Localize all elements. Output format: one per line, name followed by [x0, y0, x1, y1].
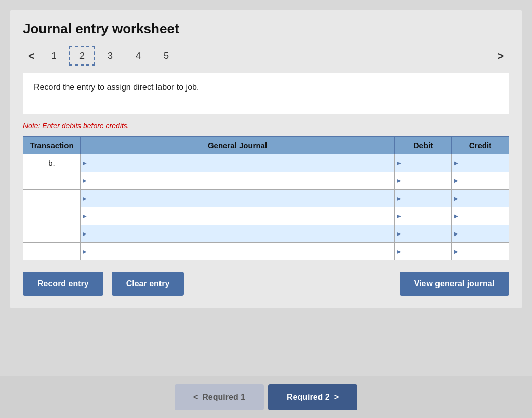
table-row — [23, 243, 509, 260]
col-header-credit: Credit — [452, 137, 509, 154]
required2-label: Required 2 — [287, 393, 330, 402]
tab-2[interactable]: 2 — [69, 46, 95, 66]
table-row — [23, 225, 509, 243]
tab-1[interactable]: 1 — [41, 46, 67, 66]
cell-general-0[interactable] — [81, 154, 395, 172]
cell-credit-2[interactable] — [452, 190, 509, 207]
col-header-general: General Journal — [81, 137, 395, 154]
input-debit-1[interactable] — [403, 177, 449, 185]
record-entry-button[interactable]: Record entry — [23, 272, 103, 296]
cell-general-4[interactable] — [81, 225, 395, 243]
instruction-box: Record the entry to assign direct labor … — [23, 73, 509, 114]
input-debit-0[interactable] — [403, 159, 449, 167]
cell-general-3[interactable] — [81, 207, 395, 225]
action-buttons-row: Record entry Clear entry View general jo… — [23, 272, 509, 296]
cell-credit-1[interactable] — [452, 172, 509, 190]
table-row — [23, 172, 509, 190]
cell-debit-4[interactable] — [395, 225, 452, 243]
instruction-text: Record the entry to assign direct labor … — [34, 83, 199, 92]
cell-credit-0[interactable] — [452, 154, 509, 172]
input-general-3[interactable] — [89, 212, 392, 220]
cell-credit-3[interactable] — [452, 207, 509, 225]
journal-table: Transaction General Journal Debit Credit… — [23, 136, 509, 260]
cell-transaction-1 — [23, 172, 81, 190]
required2-button[interactable]: Required 2 > — [268, 384, 357, 410]
cell-credit-4[interactable] — [452, 225, 509, 243]
cell-transaction-0: b. — [23, 154, 81, 172]
input-credit-1[interactable] — [460, 177, 507, 185]
tab-3[interactable]: 3 — [97, 46, 123, 66]
input-credit-4[interactable] — [460, 230, 507, 238]
tab-prev-button[interactable]: < — [23, 48, 40, 64]
input-credit-2[interactable] — [460, 194, 507, 203]
cell-transaction-2 — [23, 190, 81, 207]
main-container: Journal entry worksheet < 1 2 3 4 5 > Re… — [0, 0, 532, 418]
cell-debit-2[interactable] — [395, 190, 452, 207]
required1-label: Required 1 — [202, 393, 245, 402]
clear-entry-button[interactable]: Clear entry — [112, 272, 184, 296]
cell-transaction-4 — [23, 225, 81, 243]
view-general-journal-button[interactable]: View general journal — [400, 272, 509, 296]
worksheet-panel: Journal entry worksheet < 1 2 3 4 5 > Re… — [10, 10, 522, 308]
input-general-4[interactable] — [89, 230, 392, 238]
cell-general-2[interactable] — [81, 190, 395, 207]
col-header-debit: Debit — [395, 137, 452, 154]
cell-debit-1[interactable] — [395, 172, 452, 190]
page-title: Journal entry worksheet — [23, 21, 509, 37]
cell-debit-3[interactable] — [395, 207, 452, 225]
cell-general-5[interactable] — [81, 243, 395, 260]
cell-general-1[interactable] — [81, 172, 395, 190]
input-debit-2[interactable] — [403, 194, 449, 203]
cell-transaction-3 — [23, 207, 81, 225]
input-general-0[interactable] — [89, 159, 392, 167]
col-header-transaction: Transaction — [23, 137, 81, 154]
input-credit-0[interactable] — [460, 159, 507, 167]
input-credit-5[interactable] — [460, 247, 507, 256]
table-row: b. — [23, 154, 509, 172]
note-text: Note: Enter debits before credits. — [23, 122, 509, 130]
input-debit-3[interactable] — [403, 212, 449, 220]
table-row — [23, 207, 509, 225]
input-general-2[interactable] — [89, 194, 392, 203]
cell-debit-5[interactable] — [395, 243, 452, 260]
required2-next-icon: > — [334, 393, 339, 402]
input-general-5[interactable] — [89, 247, 392, 256]
cell-debit-0[interactable] — [395, 154, 452, 172]
required1-prev-icon: < — [193, 393, 198, 402]
cell-transaction-5 — [23, 243, 81, 260]
tab-4[interactable]: 4 — [125, 46, 151, 66]
tab-next-button[interactable]: > — [492, 48, 509, 64]
bottom-nav: < Required 1 Required 2 > — [0, 376, 532, 418]
input-credit-3[interactable] — [460, 212, 507, 220]
cell-credit-5[interactable] — [452, 243, 509, 260]
table-row — [23, 190, 509, 207]
input-debit-5[interactable] — [403, 247, 449, 256]
required1-button[interactable]: < Required 1 — [175, 384, 264, 410]
input-debit-4[interactable] — [403, 230, 449, 238]
tabs-row: < 1 2 3 4 5 > — [23, 46, 509, 66]
input-general-1[interactable] — [89, 177, 392, 185]
tab-5[interactable]: 5 — [153, 46, 179, 66]
